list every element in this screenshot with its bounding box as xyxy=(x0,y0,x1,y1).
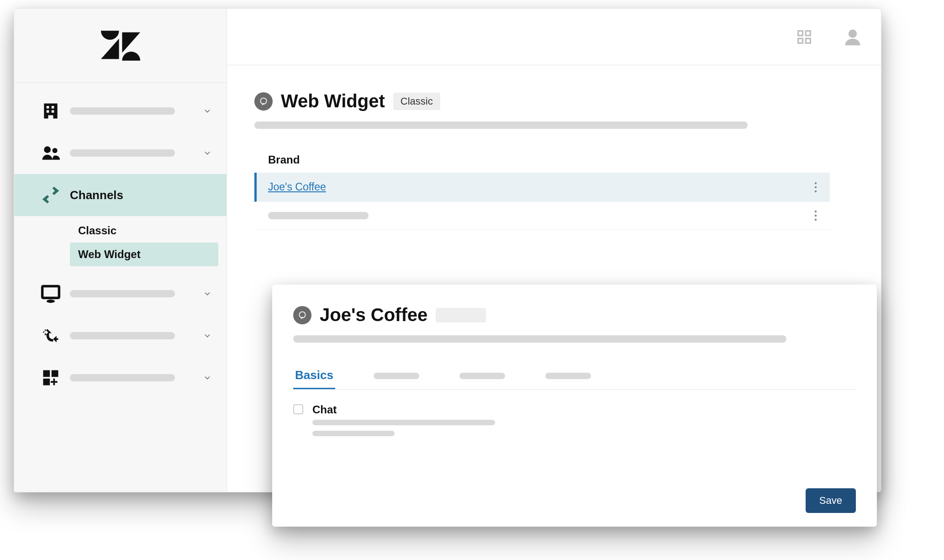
svg-point-5 xyxy=(47,300,55,303)
zendesk-logo xyxy=(14,9,227,83)
chevron-down-icon xyxy=(201,105,214,117)
sidebar-item-channels-label: Channels xyxy=(70,188,123,202)
svg-rect-8 xyxy=(43,379,50,386)
tab-basics[interactable]: Basics xyxy=(293,363,335,389)
svg-point-16 xyxy=(815,186,817,188)
option-desc-placeholder xyxy=(312,420,495,425)
svg-point-15 xyxy=(815,182,817,184)
chat-bubble-icon xyxy=(293,306,311,324)
svg-rect-12 xyxy=(806,38,810,43)
sidebar-subitem-classic[interactable]: Classic xyxy=(70,219,227,243)
detail-footer: Save xyxy=(293,488,856,513)
svg-rect-4 xyxy=(42,286,59,298)
page-content: Web Widget Classic Brand Joe's Coffee xyxy=(227,65,881,230)
page-description-placeholder xyxy=(254,122,748,129)
people-icon xyxy=(41,143,61,163)
sidebar-item-company[interactable] xyxy=(14,90,227,132)
sidebar-nav: Channels Classic Web Widget xyxy=(14,83,227,399)
save-button[interactable]: Save xyxy=(806,488,856,513)
svg-rect-9 xyxy=(798,31,803,35)
svg-rect-10 xyxy=(806,31,810,35)
arrows-icon xyxy=(41,185,61,205)
brand-link[interactable]: Joe's Coffee xyxy=(268,181,326,193)
svg-point-13 xyxy=(849,29,857,37)
option-chat-row: Chat xyxy=(293,390,856,436)
chevron-down-icon xyxy=(201,371,214,384)
building-icon xyxy=(41,101,61,121)
page-title: Web Widget xyxy=(281,91,385,111)
svg-point-18 xyxy=(815,211,817,212)
tab-placeholder[interactable] xyxy=(372,363,421,389)
brand-section-label: Brand xyxy=(254,153,830,166)
classic-badge: Classic xyxy=(393,93,440,110)
detail-tabs: Basics xyxy=(293,363,856,390)
tab-placeholder[interactable] xyxy=(543,363,593,389)
apps-add-icon xyxy=(41,368,61,388)
detail-title-row: Joe's Coffee xyxy=(293,305,856,325)
detail-title: Joe's Coffee xyxy=(320,305,427,325)
sidebar-item-placeholder xyxy=(70,290,175,297)
user-avatar-icon[interactable] xyxy=(843,27,863,47)
brand-row-placeholder xyxy=(268,212,369,219)
sidebar: Channels Classic Web Widget xyxy=(14,9,227,492)
sidebar-item-channels[interactable]: Channels xyxy=(14,174,227,216)
topbar xyxy=(227,9,881,65)
option-desc-placeholder xyxy=(312,431,395,436)
sidebar-item-people[interactable] xyxy=(14,132,227,174)
sidebar-item-placeholder xyxy=(70,149,175,157)
sidebar-item-routing[interactable] xyxy=(14,315,227,357)
chat-checkbox[interactable] xyxy=(293,404,303,414)
sidebar-item-placeholder xyxy=(70,107,175,115)
brand-detail-card: Joe's Coffee Basics Chat Save xyxy=(272,285,877,527)
product-switcher-icon[interactable] xyxy=(795,28,813,46)
svg-point-3 xyxy=(53,148,58,153)
svg-point-17 xyxy=(815,190,817,192)
sidebar-item-placeholder xyxy=(70,332,175,339)
page-title-row: Web Widget Classic xyxy=(254,91,830,111)
tab-placeholder[interactable] xyxy=(458,363,507,389)
chevron-down-icon xyxy=(201,147,214,159)
svg-point-19 xyxy=(815,215,817,217)
svg-point-20 xyxy=(815,219,817,221)
sidebar-subnav-channels: Classic Web Widget xyxy=(14,216,227,273)
sidebar-item-placeholder xyxy=(70,374,175,381)
kebab-menu-icon[interactable] xyxy=(814,182,817,193)
svg-marker-0 xyxy=(101,38,119,59)
detail-description-placeholder xyxy=(293,335,786,343)
chevron-down-icon xyxy=(201,287,214,300)
chat-bubble-icon xyxy=(254,92,273,111)
svg-rect-7 xyxy=(52,370,58,377)
svg-marker-1 xyxy=(122,32,140,53)
svg-point-2 xyxy=(44,146,51,153)
svg-rect-11 xyxy=(798,38,803,43)
monitor-icon xyxy=(41,284,61,304)
brand-row[interactable] xyxy=(254,202,830,230)
detail-badge-placeholder xyxy=(436,308,486,322)
chevron-down-icon xyxy=(201,329,214,342)
route-icon xyxy=(41,326,61,346)
brand-row-selected[interactable]: Joe's Coffee xyxy=(254,173,830,202)
option-chat-label: Chat xyxy=(312,403,495,416)
sidebar-item-apps[interactable] xyxy=(14,357,227,399)
sidebar-item-workspaces[interactable] xyxy=(14,273,227,315)
svg-rect-6 xyxy=(43,370,50,377)
sidebar-subitem-web-widget[interactable]: Web Widget xyxy=(70,243,218,266)
kebab-menu-icon[interactable] xyxy=(814,210,817,221)
